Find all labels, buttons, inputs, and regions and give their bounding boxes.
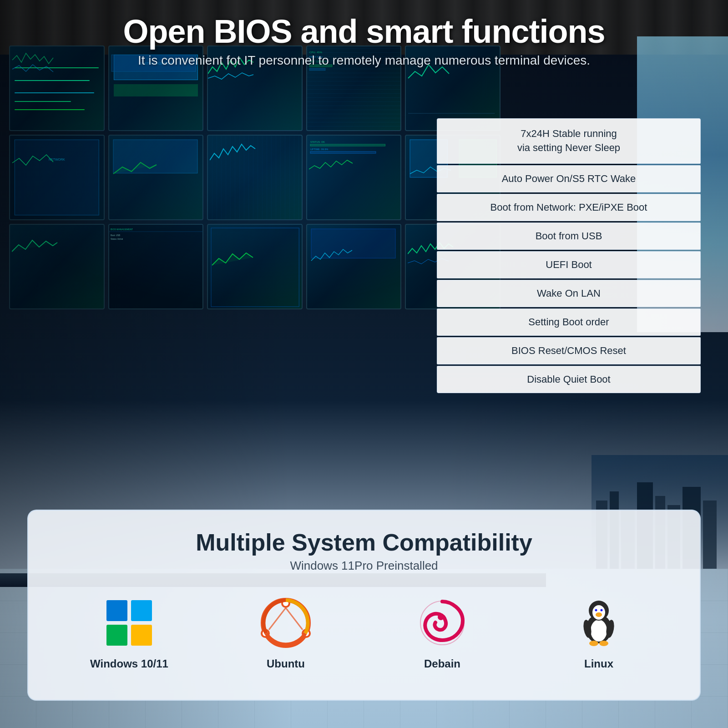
windows-label: Windows 10/11 [90,657,168,670]
feature-item-8: Disable Quiet Boot [437,366,701,393]
feature-item-0: 7x24H Stable running via setting Never S… [437,118,701,164]
feature-item-4: UEFI Boot [437,251,701,278]
linux-label: Linux [584,657,613,670]
compat-subtitle: Windows 11Pro Preinstalled [56,559,672,573]
header-section: Open BIOS and smart functions It is conv… [0,14,728,68]
feature-item-5: Wake On LAN [437,280,701,307]
page-subtitle: It is convenient fot IT personnel to rem… [0,53,728,68]
os-item-linux: Linux [525,596,672,670]
svg-point-54 [601,609,603,612]
feature-item-7: BIOS Reset/CMOS Reset [437,337,701,364]
svg-rect-32 [131,600,152,621]
screen-glow [0,36,510,309]
os-item-debian: Debain [369,596,516,670]
compat-title: Multiple System Compatibility [56,529,672,556]
os-grid: Windows 10/11 [56,596,672,670]
os-item-windows: Windows 10/11 [56,596,203,670]
svg-point-45 [438,614,444,620]
features-panel: 7x24H Stable running via setting Never S… [437,118,701,394]
os-item-ubuntu: Ubuntu [212,596,359,670]
svg-point-55 [596,612,602,617]
svg-point-56 [589,641,598,646]
feature-item-3: Boot from USB [437,222,701,250]
compatibility-section: Multiple System Compatibility Windows 11… [27,510,701,701]
debian-icon [415,596,470,650]
linux-icon [571,596,626,650]
windows-icon [102,596,157,650]
svg-rect-30 [703,500,717,569]
feature-item-6: Setting Boot order [437,308,701,336]
feature-item-1: Auto Power On/S5 RTC Wake [437,165,701,192]
debian-label: Debain [424,657,460,670]
ubuntu-icon [258,596,313,650]
page-title: Open BIOS and smart functions [0,14,728,50]
feature-item-2: Boot from Network: PXE/iPXE Boot [437,194,701,221]
svg-rect-34 [131,625,152,646]
svg-line-40 [286,608,303,630]
svg-rect-33 [106,625,127,646]
svg-rect-31 [106,600,127,621]
svg-point-48 [591,620,607,642]
svg-line-39 [269,608,286,630]
svg-point-53 [595,609,597,612]
svg-point-57 [599,641,608,646]
ubuntu-label: Ubuntu [267,657,305,670]
